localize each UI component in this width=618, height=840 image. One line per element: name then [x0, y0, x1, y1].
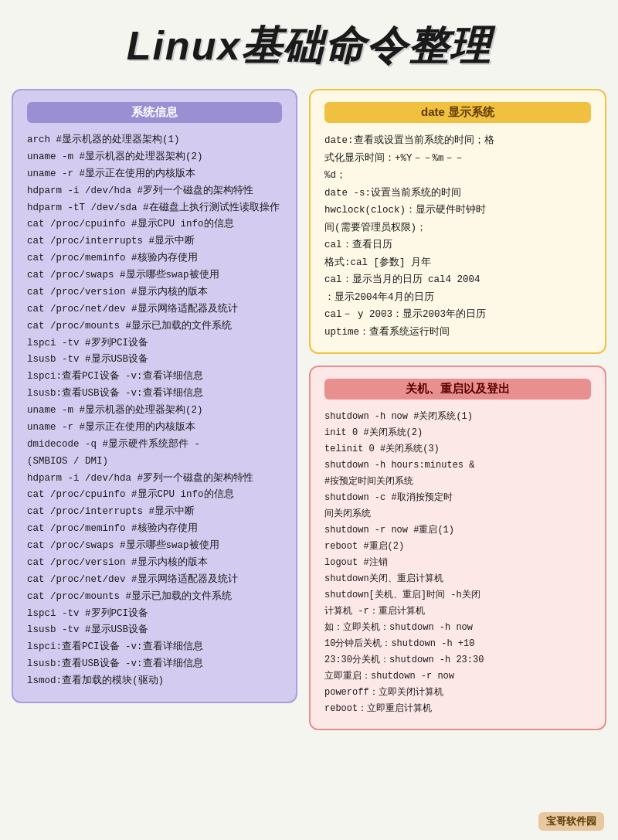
list-item: lspci -tv #罗列PCI设备: [27, 606, 282, 623]
list-item: cat /proc/version #显示内核的版本: [27, 284, 282, 301]
date-title-bar: date 显示系统: [324, 102, 591, 123]
list-item: cat /proc/swaps #显示哪些swap被使用: [27, 267, 282, 284]
list-item: dmidecode -q #显示硬件系统部件 -: [27, 437, 282, 454]
list-item: lsusb:查看USB设备 -v:查看详细信息: [27, 386, 282, 403]
list-item: shutdown关闭、重启计算机: [324, 571, 591, 587]
list-item: cat /proc/interrupts #显示中断: [27, 233, 282, 250]
list-item: hwclock(clock)：显示硬件时钟时: [324, 202, 591, 219]
list-item: hdparm -i /dev/hda #罗列一个磁盘的架构特性: [27, 183, 282, 200]
list-item: hdparm -tT /dev/sda #在磁盘上执行测试性读取操作: [27, 200, 282, 217]
list-item: cat /proc/net/dev #显示网络适配器及统计: [27, 572, 282, 589]
list-item: reboot：立即重启计算机: [324, 701, 591, 717]
list-item: cal－ y 2003：显示2003年的日历: [324, 306, 591, 324]
list-item: cat /proc/cpuinfo #显示CPU info的信息: [27, 487, 282, 504]
list-item: lsusb -tv #显示USB设备: [27, 622, 282, 639]
list-item: %d；: [324, 167, 591, 185]
list-item: cat /proc/meminfo #核验内存使用: [27, 250, 282, 267]
left-column: 系统信息 arch #显示机器的处理器架构(1)uname -m #显示机器的处…: [12, 89, 297, 703]
list-item: 23:30分关机：shutdown -h 23:30: [324, 652, 591, 668]
shutdown-content: shutdown -h now #关闭系统(1)init 0 #关闭系统(2)t…: [324, 409, 591, 717]
list-item: arch #显示机器的处理器架构(1): [27, 132, 282, 149]
list-item: shutdown -h now #关闭系统(1): [324, 409, 591, 425]
list-item: 间关闭系统: [324, 506, 591, 522]
list-item: (SMBIOS / DMI): [27, 454, 282, 471]
date-card: date 显示系统 date:查看或设置当前系统的时间；格式化显示时间：+%Y－…: [309, 89, 606, 354]
list-item: uname -r #显示正在使用的内核版本: [27, 166, 282, 183]
list-item: poweroff：立即关闭计算机: [324, 685, 591, 701]
list-item: 格式:cal [参数] 月年: [324, 254, 591, 272]
shutdown-title-bar: 关机、重启以及登出: [324, 379, 591, 400]
list-item: shutdown -r now #重启(1): [324, 522, 591, 539]
page-title: Linux基础命令整理: [12, 19, 606, 73]
list-item: hdparm -i /dev/hda #罗列一个磁盘的架构特性: [27, 471, 282, 488]
sysinfo-card: 系统信息 arch #显示机器的处理器架构(1)uname -m #显示机器的处…: [12, 89, 297, 703]
list-item: 如：立即关机：shutdown -h now: [324, 620, 591, 636]
list-item: 计算机 -r：重启计算机: [324, 604, 591, 620]
list-item: uptime：查看系统运行时间: [324, 324, 591, 342]
list-item: uname -m #显示机器的处理器架构(2): [27, 149, 282, 166]
right-column: date 显示系统 date:查看或设置当前系统的时间；格式化显示时间：+%Y－…: [309, 89, 606, 730]
list-item: init 0 #关闭系统(2): [324, 425, 591, 441]
sysinfo-content: arch #显示机器的处理器架构(1)uname -m #显示机器的处理器架构(…: [27, 132, 282, 690]
watermark: 宝哥软件园: [538, 812, 604, 831]
list-item: cat /proc/cpuinfo #显示CPU info的信息: [27, 216, 282, 233]
list-item: lsusb:查看USB设备 -v:查看详细信息: [27, 656, 282, 673]
list-item: cat /proc/meminfo #核验内存使用: [27, 521, 282, 538]
content-area: 系统信息 arch #显示机器的处理器架构(1)uname -m #显示机器的处…: [12, 89, 606, 730]
list-item: uname -m #显示机器的处理器架构(2): [27, 403, 282, 420]
sysinfo-title-bar: 系统信息: [27, 102, 282, 123]
list-item: 立即重启：shutdown -r now: [324, 668, 591, 685]
list-item: lsusb -tv #显示USB设备: [27, 352, 282, 369]
list-item: lspci:查看PCI设备 -v:查看详细信息: [27, 369, 282, 386]
list-item: 式化显示时间：+%Y－－%m－－: [324, 150, 591, 168]
page-container: Linux基础命令整理 系统信息 arch #显示机器的处理器架构(1)unam…: [0, 0, 618, 840]
list-item: lspci -tv #罗列PCI设备: [27, 335, 282, 352]
list-item: 10分钟后关机：shutdown -h +10: [324, 636, 591, 652]
list-item: lspci:查看PCI设备 -v:查看详细信息: [27, 639, 282, 656]
list-item: cal：查看日历: [324, 236, 591, 254]
list-item: logout #注销: [324, 555, 591, 571]
list-item: cal：显示当月的日历 cal4 2004: [324, 271, 591, 289]
list-item: shutdown -h hours:minutes &: [324, 457, 591, 474]
list-item: shutdown -c #取消按预定时: [324, 490, 591, 506]
shutdown-card: 关机、重启以及登出 shutdown -h now #关闭系统(1)init 0…: [309, 366, 606, 730]
date-title: date 显示系统: [421, 105, 494, 118]
list-item: date -s:设置当前系统的时间: [324, 185, 591, 202]
title-area: Linux基础命令整理: [12, 8, 606, 89]
list-item: uname -r #显示正在使用的内核版本: [27, 420, 282, 437]
list-item: cat /proc/mounts #显示已加载的文件系统: [27, 589, 282, 606]
shutdown-title: 关机、重启以及登出: [406, 382, 510, 395]
list-item: 间(需要管理员权限)；: [324, 219, 591, 237]
list-item: cat /proc/net/dev #显示网络适配器及统计: [27, 301, 282, 318]
list-item: #按预定时间关闭系统: [324, 474, 591, 490]
list-item: cat /proc/mounts #显示已加载的文件系统: [27, 318, 282, 335]
list-item: shutdown[关机、重启]时间 -h关闭: [324, 587, 591, 604]
list-item: cat /proc/interrupts #显示中断: [27, 504, 282, 521]
list-item: lsmod:查看加载的模块(驱动): [27, 673, 282, 690]
list-item: ：显示2004年4月的日历: [324, 289, 591, 307]
list-item: reboot #重启(2): [324, 539, 591, 555]
sysinfo-title: 系统信息: [131, 105, 178, 118]
date-content: date:查看或设置当前系统的时间；格式化显示时间：+%Y－－%m－－%d；da…: [324, 132, 591, 341]
list-item: cat /proc/version #显示内核的版本: [27, 555, 282, 572]
list-item: cat /proc/swaps #显示哪些swap被使用: [27, 538, 282, 555]
list-item: telinit 0 #关闭系统(3): [324, 441, 591, 457]
list-item: date:查看或设置当前系统的时间；格: [324, 132, 591, 150]
